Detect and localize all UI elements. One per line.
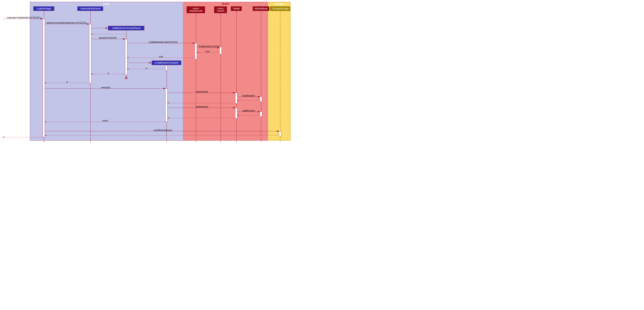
msg-m9: a: [108, 72, 109, 74]
activation-amc1: [165, 65, 168, 71]
lifeline-search: [220, 13, 221, 142]
msg-m4: isValidModuleCode(CS2103): [149, 41, 178, 44]
activation-mc: [195, 43, 197, 59]
activation-model2: [235, 108, 238, 119]
lifeline-model: [236, 11, 237, 142]
participant-storage-manager: :StorageManager: [270, 6, 290, 11]
msg-m8: a: [146, 67, 147, 69]
msg-m11: execute(): [101, 86, 110, 89]
lifeline-storage-manager: [280, 11, 280, 142]
region-logic-title: Logic: [103, 3, 110, 5]
msg-m7: true: [159, 55, 163, 58]
msg-m15: addModule(): [242, 109, 255, 112]
activation-mb2: [260, 112, 262, 117]
msg-m2: parseCommand(moduleAdd m/CS2103): [46, 22, 86, 24]
activation-mb1: [260, 97, 262, 102]
activation-model1: [235, 93, 238, 104]
region-storage-title: Storage: [275, 3, 284, 5]
msg-m13: hasModule(): [242, 95, 255, 97]
msg-m17: saveModuleBook(): [154, 129, 172, 132]
participant-logic-manager: :LogicManager: [33, 6, 54, 11]
msg-m1: execute("moduleAdd m/CS2103"): [7, 16, 40, 19]
activation-search: [220, 47, 222, 54]
msg-m3: parse(m/CS2103): [99, 37, 117, 39]
activation-amcp: [125, 39, 127, 75]
activation-amc2: [165, 89, 168, 122]
participant-address-book-parser: :AddressBookParser: [77, 6, 103, 11]
activation-abp: [89, 24, 91, 83]
msg-m16: result: [102, 119, 108, 122]
msg-m12: hasModule(): [196, 91, 208, 93]
participant-module-book: :ModuleBook: [253, 6, 269, 11]
msg-m10: a: [66, 81, 68, 83]
participant-module-code: «class» :ModuleCode: [187, 6, 205, 13]
participant-add-module-command-parser: :AddModuleCommandParser: [108, 26, 144, 30]
participant-model: :Model: [231, 6, 242, 11]
lifeline-module-code: [196, 13, 196, 142]
msg-m14: addModule(): [196, 106, 208, 108]
lifeline-module-book: [261, 11, 261, 142]
msg-m6: true: [206, 50, 210, 53]
activation-lm: [43, 19, 45, 137]
participant-search: «class» :Search: [214, 6, 227, 13]
destroy-icon: ✕: [124, 76, 128, 80]
region-storage: Storage: [268, 2, 290, 141]
activation-sm: [279, 131, 281, 136]
region-model-title: Model: [222, 3, 229, 5]
msg-m5: findModule(CS2103): [199, 45, 220, 48]
participant-add-module-command: a:AddModuleCommand: [152, 61, 181, 65]
sequence-diagram: Logic Model Storage :LogicManager :Addre…: [2, 2, 292, 142]
